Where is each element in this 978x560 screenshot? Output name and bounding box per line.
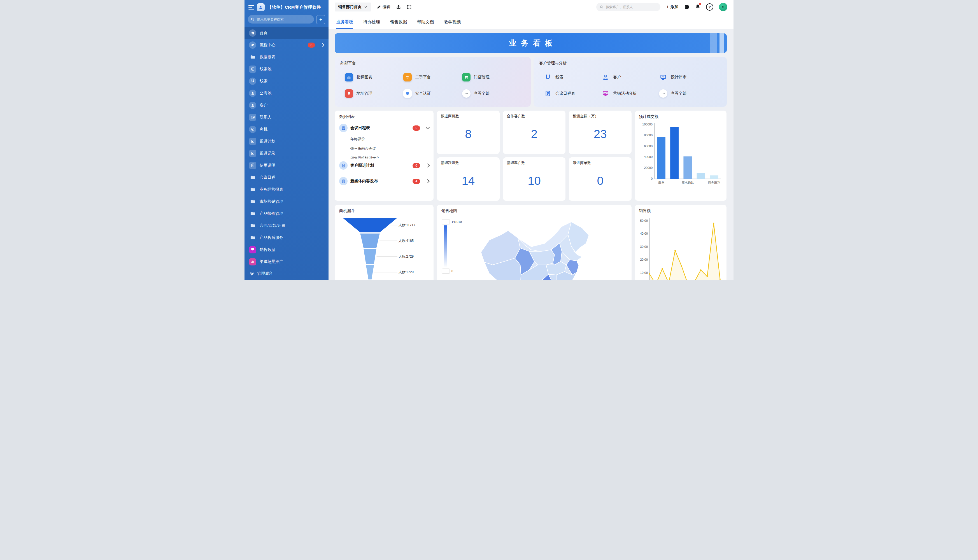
sidebar-search-input[interactable] <box>256 17 311 22</box>
sidebar-item-followup-plan[interactable]: 跟进计划 <box>245 135 328 147</box>
note-icon <box>249 150 256 157</box>
fullscreen-icon[interactable] <box>407 5 412 10</box>
person-icon <box>249 102 256 109</box>
notifications-button[interactable] <box>695 4 700 10</box>
app-shortcut-metrics[interactable]: 指标图表 <box>345 73 403 82</box>
app-shortcut-store[interactable]: 门店管理 <box>462 73 521 82</box>
sidebar-item-channel-promo[interactable]: 渠道场景推广 <box>245 256 328 267</box>
legend-max: 141010 <box>452 220 462 223</box>
sidebar-item-aftersales[interactable]: 产品售后服务 <box>245 232 328 243</box>
banner-stripe <box>710 33 717 53</box>
app-shortcut-security[interactable]: 安全认证 <box>403 89 462 98</box>
svg-text:赢单: 赢单 <box>658 181 664 184</box>
svg-text:60000: 60000 <box>644 145 653 148</box>
map-legend: 141010 0 <box>442 219 462 273</box>
app-shortcut-address[interactable]: 地址管理 <box>345 89 403 98</box>
app-shortcut-campaign-analysis[interactable]: 营销活动分析 <box>601 89 659 98</box>
list-item[interactable]: 铁三角融合会议 <box>350 144 429 153</box>
sidebar-header: 【软件】CRM客户管理软件 <box>245 0 328 13</box>
sidebar-item-opportunities[interactable]: 商机 <box>245 123 328 135</box>
card-title: 外部平台 <box>340 61 525 66</box>
person-icon <box>249 90 256 97</box>
sidebar-item-followup-records[interactable]: 跟进记录 <box>245 147 328 159</box>
list-item[interactable]: 销售思维培训大会 <box>350 153 429 158</box>
hamburger-menu-icon[interactable] <box>248 5 254 10</box>
app-shortcut-leads[interactable]: 线索 <box>544 73 601 82</box>
svg-text:20000: 20000 <box>644 166 653 169</box>
page-selector-dropdown[interactable]: 销售部门首页 <box>335 3 371 12</box>
help-button[interactable]: ? <box>706 3 713 11</box>
stat-card-opportunities: 跟进商机数8 <box>437 111 500 154</box>
stat-card-new-customers: 新增客户数10 <box>503 157 566 201</box>
document-icon <box>339 177 348 185</box>
folder-icon <box>249 234 256 242</box>
stats-grid: 跟进商机数8 合作客户数2 预测金额（万）23 新增跟进数14 新增客户数10 … <box>437 111 631 201</box>
app-shortcut-secondhand[interactable]: 二手平台 <box>403 73 462 82</box>
stat-value: 0 <box>569 174 631 187</box>
notification-badge: 8 <box>308 43 315 48</box>
sidebar-item-customers[interactable]: 客户 <box>245 99 328 111</box>
bar-chart: 020000400006000080000100000赢单需求确认商务谈判 <box>639 119 723 194</box>
person-icon <box>601 73 610 82</box>
tab-tutorial-videos[interactable]: 教学视频 <box>444 19 461 29</box>
panel-toggle-icon[interactable] <box>684 4 690 10</box>
app-shortcut-customers[interactable]: 客户 <box>601 73 659 82</box>
chevron-right-icon <box>426 179 430 183</box>
sidebar-item-data-reports[interactable]: 数据报表 <box>245 51 328 63</box>
count-badge: 5 <box>413 125 420 131</box>
sidebar-add-button[interactable]: + <box>316 15 325 24</box>
document-icon <box>339 161 348 170</box>
view-all-button[interactable]: 查看全部 <box>462 89 521 98</box>
sidebar-item-quote-mgmt[interactable]: 产品报价管理 <box>245 207 328 220</box>
chevron-right-icon <box>321 43 325 47</box>
sidebar-item-contacts[interactable]: 联系人 <box>245 111 328 123</box>
square-icon <box>249 65 256 73</box>
tabs-bar: 业务看板 待办处理 销售数据 帮助文档 教学视频 <box>328 14 733 29</box>
sidebar-item-sales-data[interactable]: 销售数据 <box>245 243 328 256</box>
data-list-group-meeting[interactable]: 会议日程表 5 <box>339 124 429 132</box>
topbar: 销售部门首页 编辑 +添加 ? <box>328 0 733 14</box>
app-shortcut-design-review[interactable]: 设计评审 <box>659 73 717 82</box>
tab-help-docs[interactable]: 帮助文档 <box>417 19 434 29</box>
sidebar-item-home[interactable]: 首页 <box>245 27 328 39</box>
china-map <box>468 215 614 280</box>
global-search-input[interactable] <box>605 5 657 9</box>
tab-sales-data[interactable]: 销售数据 <box>390 19 407 29</box>
add-button[interactable]: +添加 <box>666 4 678 10</box>
ellipsis-icon <box>659 89 667 98</box>
sidebar-item-lead-pool[interactable]: 线索池 <box>245 63 328 75</box>
chevron-down-icon <box>364 5 368 9</box>
sidebar-search[interactable] <box>248 15 314 23</box>
data-list-group-followup[interactable]: 客户跟进计划 0 <box>339 161 429 170</box>
global-search[interactable] <box>596 3 660 11</box>
list-item[interactable]: 年终评价 <box>350 134 429 144</box>
bottom-row: 商机漏斗 人数:11717人数:4185人数:2729人数:1729人数:661… <box>335 205 727 280</box>
app-shortcut-meeting-schedule[interactable]: 会议日程表 <box>544 89 601 98</box>
sidebar-admin-footer[interactable]: 管理后台 <box>245 267 328 280</box>
sidebar-item-public-pool[interactable]: 公海池 <box>245 87 328 99</box>
svg-text:人数:11717: 人数:11717 <box>398 223 415 227</box>
sidebar-item-meeting-schedule[interactable]: 会议日程 <box>245 172 328 183</box>
sidebar-item-process-center[interactable]: 流程中心8 <box>245 39 328 51</box>
sidebar-item-usage-guide[interactable]: 使用说明 <box>245 159 328 172</box>
store-icon <box>462 73 470 82</box>
sidebar-item-business-reports[interactable]: 业务经营报表 <box>245 183 328 195</box>
sidebar-item-marketing-mgmt[interactable]: 市场营销管理 <box>245 195 328 207</box>
tab-todo[interactable]: 待办处理 <box>363 19 380 29</box>
main-area: 销售部门首页 编辑 +添加 ? <box>328 0 733 280</box>
stat-value: 2 <box>503 127 566 140</box>
view-all-button[interactable]: 查看全部 <box>659 89 717 98</box>
search-icon <box>251 17 255 21</box>
tab-business-board[interactable]: 业务看板 <box>337 19 353 29</box>
sidebar-item-leads[interactable]: 线索 <box>245 75 328 87</box>
svg-text:40.00: 40.00 <box>640 232 648 235</box>
user-avatar[interactable] <box>719 3 727 11</box>
document-icon <box>544 89 552 98</box>
share-icon[interactable] <box>396 5 401 10</box>
legend-max-box <box>442 219 450 224</box>
data-list-group-newmedia[interactable]: 新媒体内容发布 4 <box>339 177 429 185</box>
app-logo <box>257 3 265 11</box>
edit-button[interactable]: 编辑 <box>377 5 390 10</box>
home-icon <box>249 29 256 37</box>
sidebar-item-contract-invoice[interactable]: 合同/回款/开票 <box>245 220 328 232</box>
